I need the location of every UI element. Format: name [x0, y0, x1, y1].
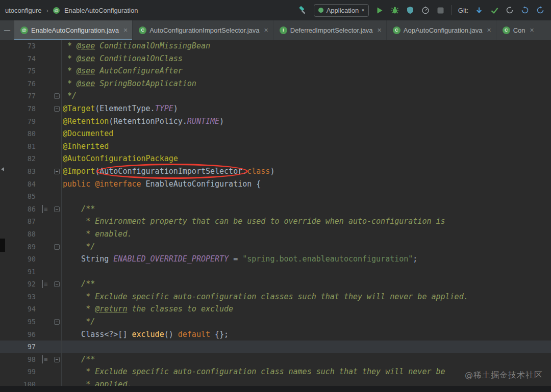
code-text[interactable]: * @see ConditionalOnClass [61, 53, 551, 65]
tab-label: EnableAutoConfiguration.java [31, 27, 119, 34]
code-line: 92≡− /** [0, 278, 551, 291]
code-text[interactable]: * @see SpringBootApplication [61, 77, 551, 90]
line-number: 73 [0, 40, 36, 53]
render-doc-icon[interactable]: ≡ [42, 280, 47, 288]
code-text[interactable]: @AutoConfigurationPackage [61, 152, 551, 165]
code-text[interactable]: * @see ConditionalOnMissingBean [61, 40, 551, 53]
line-number: 85 [0, 190, 36, 203]
tab-label: AutoConfigurationImportSelector.java [149, 27, 259, 34]
code-text[interactable] [61, 341, 551, 353]
code-line: 98≡− /** [0, 353, 551, 366]
code-text[interactable]: */ [61, 90, 551, 102]
gutter [36, 65, 61, 77]
debug-icon[interactable] [390, 6, 399, 15]
code-text[interactable]: Class<?>[] exclude() default {}; [61, 328, 551, 341]
hide-window-dash-icon[interactable]: — [0, 20, 14, 40]
code-text[interactable]: * Exclude specific auto-configuration cl… [61, 291, 551, 303]
code-line: 77− */ [0, 90, 551, 102]
code-text[interactable]: @Target(ElementType.TYPE) [61, 102, 551, 115]
gutter: − [36, 165, 61, 178]
line-number: 80 [0, 127, 36, 140]
gutter: ≡− [36, 278, 61, 291]
line-number: 79 [0, 115, 36, 128]
code-text[interactable]: /** [61, 353, 551, 366]
gutter [36, 190, 61, 203]
editor-tab[interactable]: @EnableAutoConfiguration.java× [14, 20, 133, 40]
fold-icon[interactable]: − [54, 206, 60, 212]
code-text[interactable]: /** [61, 203, 551, 216]
close-icon[interactable]: × [530, 26, 534, 34]
close-icon[interactable]: × [123, 26, 128, 34]
code-editor[interactable]: 73 * @see ConditionalOnMissingBean74 * @… [0, 40, 551, 392]
editor-tab[interactable]: CCon× [496, 20, 539, 40]
code-lines: 73 * @see ConditionalOnMissingBean74 * @… [0, 40, 551, 391]
refresh-icon[interactable] [536, 6, 545, 15]
code-text[interactable]: @Documented [61, 127, 551, 140]
code-text[interactable]: * enabled. [61, 228, 551, 241]
code-text[interactable]: public @interface EnableAutoConfiguratio… [61, 178, 551, 191]
close-icon[interactable]: × [487, 26, 491, 34]
code-text[interactable] [61, 266, 551, 278]
code-text[interactable]: @Inherited [61, 140, 551, 153]
code-line: 89− */ [0, 241, 551, 253]
git-commit-check-icon[interactable] [490, 6, 499, 15]
build-hammer-icon[interactable] [298, 6, 308, 15]
code-text[interactable]: * @return the classes to exclude [61, 303, 551, 316]
gutter [36, 228, 61, 241]
breadcrumb-class[interactable]: EnableAutoConfiguration [64, 7, 138, 14]
profiler-icon[interactable] [421, 6, 430, 15]
fold-icon[interactable]: − [54, 93, 60, 99]
code-text[interactable]: String ENABLED_OVERRIDE_PROPERTY = "spri… [61, 253, 551, 266]
gutter [36, 215, 61, 228]
class-icon: C [503, 27, 510, 34]
toolbar-separator [452, 5, 452, 15]
fold-icon[interactable]: − [54, 357, 60, 362]
code-line: 86≡− /** [0, 203, 551, 216]
gutter [36, 253, 61, 266]
coverage-icon[interactable] [406, 6, 415, 15]
editor-tab[interactable]: IDeferredImportSelector.java× [273, 20, 387, 40]
fold-icon[interactable]: − [54, 106, 60, 112]
code-text[interactable]: @Import(AutoConfigurationImportSelector.… [61, 165, 551, 178]
run-config-select[interactable]: Application ▾ [314, 4, 369, 17]
run-icon[interactable] [375, 6, 384, 15]
render-doc-icon[interactable]: ≡ [42, 205, 47, 213]
close-icon[interactable]: × [264, 26, 268, 34]
fold-icon[interactable]: − [54, 319, 60, 325]
run-config-app-icon [318, 8, 323, 13]
fold-icon[interactable]: − [54, 281, 60, 287]
code-text[interactable]: * Environment property that can be used … [61, 215, 551, 228]
gutter: − [36, 90, 61, 102]
line-number: 78 [0, 102, 36, 115]
code-line: 82@AutoConfigurationPackage [0, 152, 551, 165]
git-update-icon[interactable] [474, 6, 484, 15]
code-line: 74 * @see ConditionalOnClass [0, 53, 551, 65]
code-text[interactable]: */ [61, 241, 551, 253]
code-text[interactable]: /** [61, 278, 551, 291]
code-text[interactable]: * @see AutoConfigureAfter [61, 65, 551, 77]
gutter [36, 178, 61, 191]
code-text[interactable]: */ [61, 316, 551, 328]
breadcrumb-module[interactable]: utoconfigure [5, 7, 42, 14]
line-number: 91 [0, 266, 36, 278]
ide-window: utoconfigure › @ EnableAutoConfiguration… [0, 0, 551, 392]
close-icon[interactable]: × [378, 26, 382, 34]
gutter [36, 140, 61, 153]
stop-icon[interactable] [436, 6, 445, 15]
line-number: 82 [0, 152, 36, 165]
code-text[interactable] [61, 190, 551, 203]
editor-tab[interactable]: CAutoConfigurationImportSelector.java× [133, 20, 273, 40]
fold-icon[interactable]: − [54, 169, 60, 174]
history-icon[interactable] [505, 6, 514, 15]
line-number: 81 [0, 140, 36, 153]
line-number: 98 [0, 353, 36, 366]
fold-icon[interactable]: − [54, 244, 60, 250]
line-number: 96 [0, 328, 36, 341]
code-text[interactable]: @Retention(RetentionPolicy.RUNTIME) [61, 115, 551, 128]
editor-tab[interactable]: CAopAutoConfiguration.java× [387, 20, 496, 40]
class-icon: C [393, 27, 400, 34]
splitter-collapse-arrow-icon[interactable] [1, 167, 4, 171]
render-doc-icon[interactable]: ≡ [42, 355, 47, 363]
rollback-icon[interactable] [520, 6, 530, 15]
run-config-label: Application [327, 7, 359, 14]
